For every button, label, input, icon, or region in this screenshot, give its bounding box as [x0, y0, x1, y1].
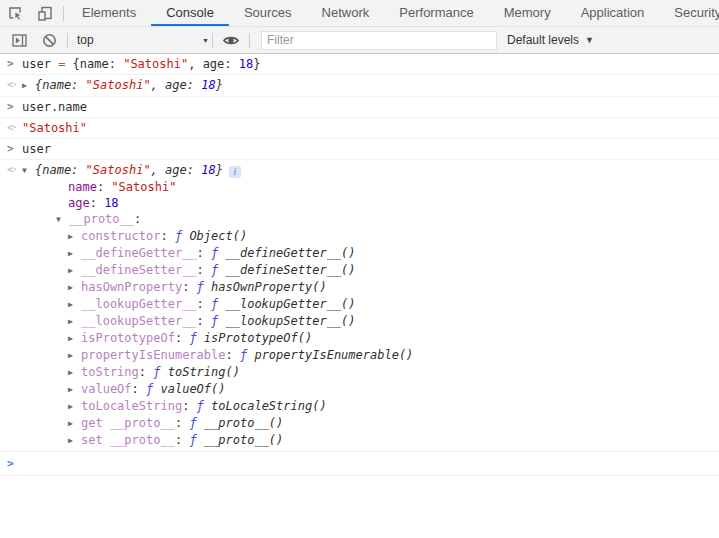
message-text: ▶{name: "Satoshi", age: 18} [22, 78, 223, 92]
token-fnsig: hasOwnProperty() [211, 280, 327, 294]
token-propname-dim: __lookupSetter__ [81, 314, 197, 328]
object-property-row[interactable]: ▶get __proto__: ƒ __proto__() [22, 415, 719, 432]
token-propname-dim: get __proto__ [81, 416, 175, 430]
object-property-row[interactable]: ▶toString: ƒ toString() [22, 364, 719, 381]
token-number: 18 [201, 78, 215, 92]
object-property-row[interactable]: age: 18 [22, 195, 719, 211]
triangle-collapsed-icon[interactable]: ▶ [68, 280, 81, 296]
javascript-context-select[interactable]: top ▼ [77, 33, 209, 47]
token-string: "Satoshi" [86, 78, 151, 92]
device-toolbar-icon [37, 5, 54, 22]
message-text: user = {name: "Satoshi", age: 18} [22, 57, 260, 71]
tab-memory[interactable]: Memory [489, 0, 566, 26]
object-property-row[interactable]: ▼__proto__: [22, 211, 719, 228]
tab-strip: ElementsConsoleSourcesNetworkPerformance… [67, 0, 719, 26]
token-plain: } [253, 57, 260, 71]
live-expression-button[interactable] [216, 32, 246, 49]
tab-application[interactable]: Application [566, 0, 660, 26]
object-property-row[interactable]: ▶__defineSetter__: ƒ __defineSetter__() [22, 262, 719, 279]
object-property-row[interactable]: ▶hasOwnProperty: ƒ hasOwnProperty() [22, 279, 719, 296]
triangle-collapsed-icon[interactable]: ▶ [68, 433, 81, 449]
chevron-down-icon: ▼ [585, 35, 594, 45]
console-prompt[interactable]: > [0, 452, 719, 476]
console-result-entry[interactable]: <·▶{name: "Satoshi", age: 18} [0, 75, 719, 97]
tab-console[interactable]: Console [151, 0, 229, 26]
object-property-row[interactable]: ▶__lookupGetter__: ƒ __lookupGetter__() [22, 296, 719, 313]
token-propname-dim: hasOwnProperty [81, 280, 182, 294]
token-plain: : [175, 416, 189, 430]
object-property-row[interactable]: ▶__lookupSetter__: ƒ __lookupSetter__() [22, 313, 719, 330]
triangle-collapsed-icon[interactable]: ▶ [68, 365, 81, 381]
clear-console-button[interactable] [34, 32, 64, 49]
object-property-row[interactable]: name: "Satoshi" [22, 179, 719, 195]
console-result-entry[interactable]: <·"Satoshi" [0, 118, 719, 139]
object-property-row[interactable]: ▶__defineGetter__: ƒ __defineGetter__() [22, 245, 719, 262]
info-icon[interactable]: i [229, 166, 241, 178]
object-property-row[interactable]: ▶propertyIsEnumerable: ƒ propertyIsEnume… [22, 347, 719, 364]
triangle-collapsed-icon[interactable]: ▶ [68, 297, 81, 313]
triangle-collapsed-icon[interactable]: ▶ [68, 314, 81, 330]
token-fn: ƒ [197, 399, 211, 413]
console-toolbar: top ▼ Default levels ▼ [0, 27, 719, 54]
token-fn: ƒ [240, 348, 254, 362]
token-plain: : [134, 212, 141, 226]
object-property-row[interactable]: ▶toLocaleString: ƒ toLocaleString() [22, 398, 719, 415]
object-property-row[interactable]: ▶set __proto__: ƒ __proto__() [22, 432, 719, 449]
token-fnsig: __proto__() [204, 433, 283, 447]
token-propname-dim: set __proto__ [81, 433, 175, 447]
object-property-row[interactable]: ▶valueOf: ƒ valueOf() [22, 381, 719, 398]
token-fn: ƒ [189, 331, 203, 345]
tab-network[interactable]: Network [307, 0, 385, 26]
console-result-entry[interactable]: <·▼{name: "Satoshi", age: 18}iname: "Sat… [0, 160, 719, 452]
token-propname-dim: isPrototypeOf [81, 331, 175, 345]
token-number: 18 [104, 196, 118, 210]
triangle-collapsed-icon[interactable]: ▶ [68, 263, 81, 279]
tab-performance[interactable]: Performance [384, 0, 488, 26]
tab-security[interactable]: Security [659, 0, 719, 26]
console-input-entry[interactable]: >user.name [0, 97, 719, 118]
device-toolbar-button[interactable] [30, 0, 60, 26]
triangle-collapsed-icon[interactable]: ▶ [68, 348, 81, 364]
console-sidebar-toggle-button[interactable] [4, 32, 34, 49]
triangle-collapsed-icon[interactable]: ▶ [68, 416, 81, 432]
triangle-collapsed-icon[interactable]: ▶ [68, 331, 81, 347]
toolbar-separator [212, 33, 213, 48]
filter-input[interactable] [261, 31, 497, 50]
token-fnsig: valueOf() [160, 382, 225, 396]
token-plain: user [22, 142, 51, 156]
token-fn: ƒ [211, 263, 225, 277]
token-fn: ƒ [189, 416, 203, 430]
token-fnsig: __defineGetter__() [226, 246, 356, 260]
console-input-entry[interactable]: >user = {name: "Satoshi", age: 18} [0, 54, 719, 75]
object-property-row[interactable]: ▶constructor: ƒ Object() [22, 228, 719, 245]
triangle-collapsed-icon[interactable]: ▶ [68, 382, 81, 398]
console-input-entry[interactable]: >user [0, 139, 719, 160]
token-propname-dim: toLocaleString [81, 399, 182, 413]
object-property-row[interactable]: ▶isPrototypeOf: ƒ isPrototypeOf() [22, 330, 719, 347]
token-propname-dim: toString [81, 365, 139, 379]
input-chevron-icon: > [7, 56, 14, 72]
token-fnsig: __proto__() [204, 416, 283, 430]
inspect-element-button[interactable] [0, 0, 30, 26]
triangle-collapsed-icon[interactable]: ▶ [68, 246, 81, 262]
token-plain: } [216, 78, 223, 92]
tab-elements[interactable]: Elements [67, 0, 151, 26]
token-plain: : [175, 331, 189, 345]
tab-sources[interactable]: Sources [229, 0, 307, 26]
triangle-collapsed-icon[interactable]: ▶ [68, 399, 81, 415]
token-propname-dim: __lookupGetter__ [81, 297, 197, 311]
token-propname-dim: propertyIsEnumerable [81, 348, 226, 362]
triangle-collapsed-icon[interactable]: ▶ [22, 78, 35, 94]
token-plain: : [160, 229, 174, 243]
token-number: 18 [201, 163, 215, 177]
triangle-expanded-icon[interactable]: ▼ [56, 212, 69, 228]
token-plain: , age: [188, 57, 239, 71]
clear-console-icon [41, 32, 58, 49]
triangle-collapsed-icon[interactable]: ▶ [68, 229, 81, 245]
log-levels-select[interactable]: Default levels ▼ [507, 33, 594, 47]
token-plain: user.name [22, 100, 87, 114]
triangle-expanded-icon[interactable]: ▼ [22, 163, 35, 179]
token-plain: user [22, 57, 58, 71]
toolbar-separator [63, 6, 64, 21]
token-propname-dim: __defineSetter__ [81, 263, 197, 277]
